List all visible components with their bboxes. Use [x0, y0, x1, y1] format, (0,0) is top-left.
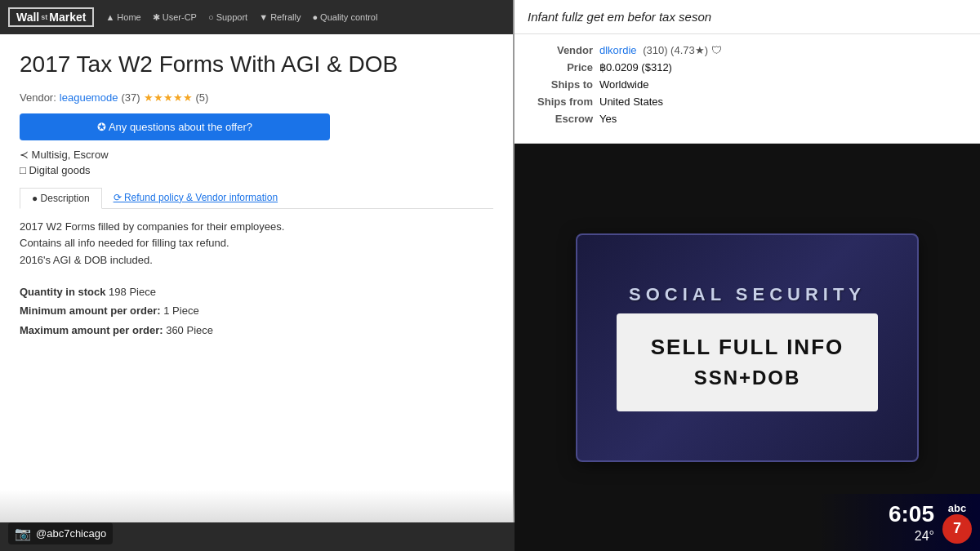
vendor-stats: (310) (4.73★)	[643, 44, 708, 56]
escrow-label: Escrow	[528, 113, 593, 125]
multisig-feature: ≺ Multisig, Escrow	[20, 149, 493, 161]
card-ssn-text: SSN+DOB	[694, 367, 801, 389]
right-panel: Infant fullz get em befor tax seson Vend…	[514, 0, 980, 551]
nav-home[interactable]: ▲ Home	[105, 12, 140, 22]
ships-from-label: Ships from	[528, 96, 593, 108]
digital-goods-feature: □ Digital goods	[20, 164, 493, 176]
star-rating: ★★★★★	[144, 91, 193, 104]
min-order-value: 1 Piece	[163, 304, 198, 317]
instagram-icon: 📷	[15, 526, 31, 541]
card-top-text: SOCIAL SECURITY	[629, 284, 866, 305]
escrow-row: Escrow Yes	[528, 113, 964, 125]
left-panel: Wallst Market ▲ Home ✱ User-CP ○ Support…	[0, 0, 514, 522]
product-header: Infant fullz get em befor tax seson	[514, 0, 980, 34]
tab-refund[interactable]: ⟳ Refund policy & Vendor information	[102, 188, 289, 208]
vendor-value: dlkordie (310) (4.73★) 🛡	[599, 44, 722, 56]
abc7-channel: 7	[942, 514, 972, 544]
vendor-line: Vendor: leaguemode (37) ★★★★★ (5)	[20, 91, 493, 104]
vendor-name-right[interactable]: dlkordie	[599, 44, 637, 56]
abc7-network: abc	[948, 502, 966, 514]
logo-text2: Market	[49, 11, 86, 24]
nav-refrally[interactable]: ▼ Refrally	[259, 12, 301, 22]
max-order-value: 360 Piece	[166, 324, 213, 336]
details-table: Vendor dlkordie (310) (4.73★) 🛡 Price ฿0…	[514, 34, 980, 144]
stock-quantity-value: 198 Piece	[109, 286, 156, 298]
card-image: SOCIAL SECURITY SELL FULL INFO SSN+DOB 6…	[514, 144, 980, 551]
screenshot-container: Wallst Market ▲ Home ✱ User-CP ○ Support…	[0, 0, 980, 551]
nav-quality[interactable]: ● Quality control	[312, 12, 377, 22]
stock-quantity: Quantity in stock 198 Piece	[20, 282, 493, 301]
stock-info: Quantity in stock 198 Piece Minimum amou…	[20, 282, 493, 340]
time-display: 6:05	[889, 501, 934, 527]
left-gradient	[0, 490, 514, 522]
tab-description[interactable]: ● Description	[20, 188, 102, 209]
desc-line-3: 2016's AGI & DOB included.	[20, 252, 493, 269]
ships-to-value: Worldwide	[599, 78, 648, 91]
desc-line-1: 2017 W2 Forms filled by companies for th…	[20, 219, 493, 236]
social-security-card: SOCIAL SECURITY SELL FULL INFO SSN+DOB	[576, 233, 919, 462]
rating-count: (5)	[196, 91, 209, 104]
time-temp: 6:05 24°	[889, 501, 934, 544]
ships-from-value: United States	[599, 96, 663, 108]
desc-line-2: Contains all info needed for filling tax…	[20, 235, 493, 252]
logo-text1: Wall	[16, 11, 39, 24]
vendor-label-right: Vendor	[528, 44, 593, 56]
description-text: 2017 W2 Forms filled by companies for th…	[20, 219, 493, 269]
temp-display: 24°	[889, 529, 934, 544]
vendor-count: (37)	[121, 91, 140, 104]
broadcast-overlay: 6:05 24° abc 7	[817, 494, 980, 551]
price-row: Price ฿0.0209 ($312)	[528, 61, 964, 73]
min-order: Minimum amount per order: 1 Piece	[20, 301, 493, 320]
tabs-row: ● Description ⟳ Refund policy & Vendor i…	[20, 188, 493, 209]
navbar: Wallst Market ▲ Home ✱ User-CP ○ Support…	[0, 0, 513, 34]
ships-from-row: Ships from United States	[528, 96, 964, 108]
logo-superscript: st	[41, 13, 47, 21]
card-white-area: SELL FULL INFO SSN+DOB	[617, 313, 878, 411]
ships-to-row: Ships to Worldwide	[528, 78, 964, 91]
site-logo[interactable]: Wallst Market	[8, 7, 94, 27]
max-order: Maximum amount per order: 360 Piece	[20, 321, 493, 340]
nav-user-cp[interactable]: ✱ User-CP	[153, 12, 197, 23]
price-label: Price	[528, 61, 593, 73]
vendor-link[interactable]: leaguemode	[60, 91, 118, 104]
nav-support[interactable]: ○ Support	[208, 12, 247, 22]
price-value: ฿0.0209 ($312)	[599, 61, 672, 73]
abc7-logo: abc 7	[942, 502, 972, 544]
shield-icon: 🛡	[711, 44, 722, 56]
vendor-label: Vendor:	[20, 91, 56, 104]
product-page: 2017 Tax W2 Forms With AGI & DOB Vendor:…	[0, 34, 513, 522]
instagram-handle: @abc7chicago	[36, 527, 106, 540]
ships-to-label: Ships to	[528, 78, 593, 91]
product-title: 2017 Tax W2 Forms With AGI & DOB	[20, 51, 493, 78]
card-sell-text: SELL FULL INFO	[651, 335, 844, 360]
escrow-value: Yes	[599, 113, 617, 125]
vendor-row: Vendor dlkordie (310) (4.73★) 🛡	[528, 44, 964, 56]
instagram-overlay: 📷 @abc7chicago	[8, 522, 113, 544]
ask-offer-button[interactable]: ✪ Any questions about the offer?	[20, 113, 330, 140]
